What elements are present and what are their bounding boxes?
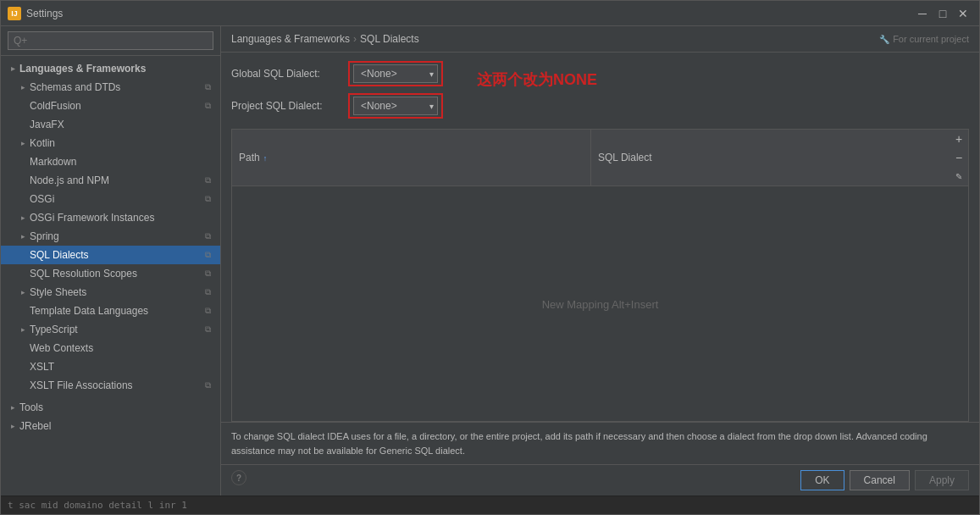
sidebar-item-style-sheets[interactable]: Style Sheets	[1, 283, 220, 302]
bottom-bar: t sac mid domaino detail l inr 1	[1, 496, 979, 514]
sidebar-section-languages[interactable]: Languages & Frameworks	[1, 59, 220, 78]
main-content: Languages & Frameworks Schemas and DTDs …	[1, 26, 979, 496]
minimize-button[interactable]: ─	[913, 4, 932, 23]
close-button[interactable]: ✕	[954, 4, 972, 23]
title-bar: IJ Settings ─ □ ✕	[1, 1, 979, 26]
right-panel: Languages & Frameworks › SQL Dialects Fo…	[221, 26, 979, 496]
table-empty-message: New Mapping Alt+Insert	[542, 297, 659, 310]
search-input[interactable]	[8, 31, 213, 50]
sidebar-item-label: Markdown	[30, 156, 213, 168]
sidebar-item-xslt-file[interactable]: XSLT File Associations	[1, 376, 220, 395]
global-dialect-select[interactable]: <None> MySQL PostgreSQL SQLite Oracle Ge…	[353, 64, 438, 83]
ok-button[interactable]: OK	[800, 470, 844, 490]
project-label: For current project	[879, 34, 969, 44]
project-dialect-row: Project SQL Dialect: <None> MySQL Postgr…	[231, 93, 443, 119]
sidebar-item-label: OSGi Framework Instances	[30, 212, 213, 224]
sidebar-item-osgi-framework[interactable]: OSGi Framework Instances	[1, 208, 220, 227]
copy-icon	[202, 230, 213, 242]
breadcrumb: Languages & Frameworks › SQL Dialects	[231, 33, 419, 45]
project-dialect-dropdown[interactable]: <None> MySQL PostgreSQL SQLite Oracle Ge…	[353, 97, 438, 115]
kotlin-arrow	[18, 138, 28, 148]
sidebar-item-spring[interactable]: Spring	[1, 227, 220, 246]
window-controls: ─ □ ✕	[913, 4, 972, 23]
sidebar-item-label: SQL Resolution Scopes	[30, 268, 198, 280]
sidebar-item-markdown[interactable]: Markdown	[1, 152, 220, 171]
maximize-button[interactable]: □	[933, 4, 952, 23]
annotation-text: 这两个改为NONE	[460, 61, 614, 98]
footer-text: To change SQL dialect IDEA uses for a fi…	[231, 431, 927, 456]
remove-mapping-button[interactable]: −	[950, 148, 968, 167]
sidebar-item-label: JavaFX	[30, 119, 213, 130]
window-title: Settings	[26, 8, 913, 19]
copy-icon	[202, 286, 213, 298]
settings-window: IJ Settings ─ □ ✕ Languages & Frameworks	[0, 0, 980, 515]
status-code: t sac mid domaino detail l inr 1	[8, 500, 187, 511]
sidebar-tree: Languages & Frameworks Schemas and DTDs …	[1, 56, 220, 496]
sidebar-item-label: Schemas and DTDs	[30, 81, 198, 93]
sidebar-item-label: Kotlin	[30, 137, 213, 149]
panel-footer: To change SQL dialect IDEA uses for a fi…	[221, 422, 979, 464]
app-icon: IJ	[8, 7, 21, 20]
sidebar-item-web-contexts[interactable]: Web Contexts	[1, 339, 220, 357]
sidebar-item-label: ColdFusion	[30, 100, 198, 112]
global-dialect-dropdown[interactable]: <None> MySQL PostgreSQL SQLite Oracle Ge…	[353, 64, 438, 83]
schemas-arrow	[18, 82, 28, 92]
edit-mapping-button[interactable]: ✎	[950, 167, 968, 186]
search-box	[1, 26, 220, 56]
sidebar-item-tools[interactable]: Tools	[1, 398, 220, 417]
copy-icon	[202, 268, 213, 280]
sidebar-item-label: SQL Dialects	[30, 249, 198, 261]
add-mapping-button[interactable]: +	[950, 130, 968, 148]
copy-icon	[202, 324, 213, 335]
sidebar-item-osgi[interactable]: OSGi	[1, 190, 220, 208]
sidebar-item-label: OSGi	[30, 193, 198, 205]
cancel-button[interactable]: Cancel	[850, 470, 910, 490]
sidebar-item-xslt[interactable]: XSLT	[1, 357, 220, 376]
copy-icon	[202, 81, 213, 93]
sidebar-item-template-data[interactable]: Template Data Languages	[1, 302, 220, 320]
copy-icon	[202, 193, 213, 205]
copy-icon	[202, 379, 213, 391]
jrebel-arrow	[8, 421, 18, 431]
dialect-column-header: SQL Dialect	[591, 130, 950, 186]
sort-indicator	[263, 152, 268, 163]
ts-arrow	[18, 324, 28, 335]
panel-body: Global SQL Dialect: <None> MySQL Postgre…	[221, 53, 979, 422]
sidebar-item-label: Tools	[19, 401, 213, 413]
project-label-text: For current project	[893, 34, 969, 44]
sidebar-item-label: XSLT File Associations	[30, 379, 198, 391]
path-column-header: Path	[232, 130, 591, 186]
project-dialect-select[interactable]: <None> MySQL PostgreSQL SQLite Oracle Ge…	[353, 97, 438, 115]
sidebar-item-nodejs[interactable]: Node.js and NPM	[1, 171, 220, 190]
copy-icon	[202, 249, 213, 261]
table-header: Path SQL Dialect	[232, 130, 950, 186]
sidebar-item-schemas-dtds[interactable]: Schemas and DTDs	[1, 78, 220, 97]
sidebar-item-coldfusion[interactable]: ColdFusion	[1, 97, 220, 115]
breadcrumb-separator: ›	[353, 33, 357, 45]
sidebar-item-label: Node.js and NPM	[30, 174, 198, 186]
apply-button[interactable]: Apply	[915, 470, 969, 490]
table-body: New Mapping Alt+Insert	[232, 186, 968, 421]
sidebar: Languages & Frameworks Schemas and DTDs …	[1, 26, 221, 496]
sidebar-item-label: Style Sheets	[30, 286, 198, 298]
copy-icon	[202, 174, 213, 186]
copy-icon	[202, 305, 213, 317]
help-icon[interactable]: ?	[231, 470, 246, 485]
global-dialect-row: Global SQL Dialect: <None> MySQL Postgre…	[231, 61, 443, 86]
sidebar-item-label: Web Contexts	[30, 342, 213, 354]
sidebar-item-sql-resolution[interactable]: SQL Resolution Scopes	[1, 264, 220, 283]
sidebar-item-kotlin[interactable]: Kotlin	[1, 134, 220, 152]
sidebar-item-jrebel[interactable]: JRebel	[1, 417, 220, 435]
sidebar-item-label: JRebel	[19, 420, 213, 432]
sidebar-item-sql-dialects[interactable]: SQL Dialects	[1, 246, 220, 264]
sidebar-item-javafx[interactable]: JavaFX	[1, 115, 220, 134]
spring-arrow	[18, 231, 28, 241]
ss-arrow	[18, 287, 28, 297]
table-rows: New Mapping Alt+Insert	[232, 186, 968, 421]
osgi-fw-arrow	[18, 213, 28, 223]
global-dialect-label: Global SQL Dialect:	[231, 68, 341, 80]
tools-arrow	[8, 402, 18, 413]
sidebar-item-typescript[interactable]: TypeScript	[1, 320, 220, 339]
sidebar-item-label: TypeScript	[30, 324, 198, 335]
breadcrumb-current: SQL Dialects	[360, 33, 419, 45]
